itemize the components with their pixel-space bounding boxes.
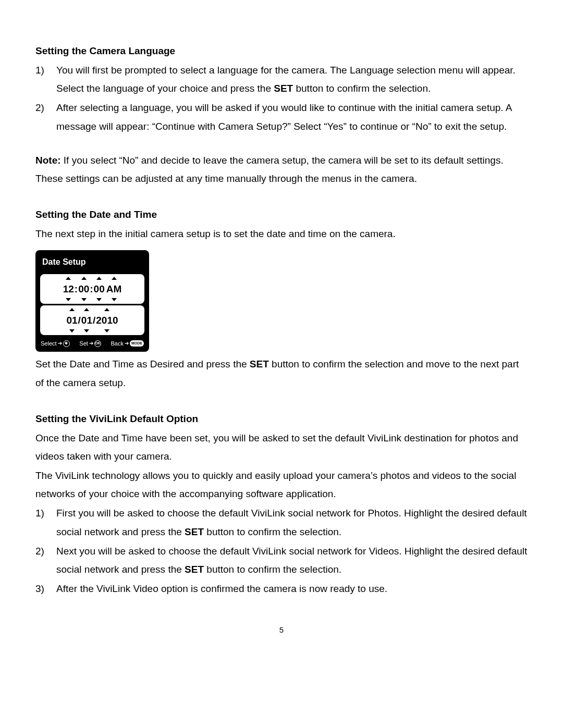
mode-icon: MODE — [130, 340, 144, 347]
separator: / — [92, 311, 96, 329]
separator: : — [74, 280, 78, 298]
separator: / — [78, 311, 81, 329]
date-setup-footer: Select ➔ ✥ Set ➔ OK Back ➔ MODE — [38, 337, 146, 349]
down-arrow-icon — [104, 329, 109, 332]
set-button-label: SET — [250, 359, 269, 369]
month-spinner: 01 — [66, 308, 77, 332]
year-value: 2010 — [96, 311, 118, 329]
down-arrow-icon — [66, 298, 71, 301]
date-setup-title: Date Setup — [38, 253, 146, 273]
set-button-label: SET — [185, 564, 204, 575]
set-button-label: SET — [185, 526, 204, 537]
vivilink-intro2: The ViviLink technology allows you to qu… — [35, 466, 528, 503]
list-text: You will first be prompted to select a l… — [56, 61, 528, 97]
day-spinner: 01 — [81, 308, 92, 332]
arrow-right-icon: ➔ — [58, 339, 62, 349]
footer-back-label: Back — [111, 338, 124, 349]
date-field: 01 / 01 / 2010 — [40, 305, 144, 335]
arrow-right-icon: ➔ — [89, 339, 93, 349]
list-item: 1) You will first be prompted to select … — [35, 61, 528, 97]
ampm-spinner: AM — [106, 277, 122, 301]
text: button to confirm the selection. — [204, 526, 341, 537]
list-text: First you will be asked to choose the de… — [56, 504, 528, 540]
list-item: 2) Next you will be asked to choose the … — [35, 542, 528, 578]
down-arrow-icon — [69, 329, 75, 332]
down-arrow-icon — [84, 329, 89, 332]
day-value: 01 — [81, 311, 92, 329]
page-number: 5 — [35, 623, 528, 637]
text: After selecting a language, you will be … — [56, 102, 511, 131]
list-text: After selecting a language, you will be … — [56, 98, 528, 135]
text: Set the Date and Time as Desired and pre… — [35, 359, 250, 369]
footer-select-label: Select — [41, 338, 57, 349]
hour-spinner: 12 — [63, 277, 74, 301]
list-number: 1) — [35, 504, 56, 540]
text: button to confirm the selection. — [204, 564, 341, 575]
text: After the ViviLink Video option is confi… — [56, 583, 387, 594]
date-setup-screenshot: Date Setup 12 : 00 : 00 AM — [35, 250, 149, 352]
down-arrow-icon — [96, 298, 102, 301]
text: button to confirm the selection. — [293, 83, 431, 94]
year-spinner: 2010 — [96, 308, 118, 332]
down-arrow-icon — [112, 298, 117, 301]
list-item: 3) After the ViviLink Video option is co… — [35, 579, 528, 598]
heading-language: Setting the Camera Language — [35, 42, 528, 60]
set-button-label: SET — [274, 83, 293, 94]
second-value: 00 — [94, 280, 105, 298]
heading-vivilink: Setting the ViviLink Default Option — [35, 410, 528, 428]
note-paragraph: Note: If you select “No” and decide to l… — [35, 151, 528, 188]
list-item: 2) After selecting a language, you will … — [35, 98, 528, 135]
minute-spinner: 00 — [78, 277, 89, 301]
list-item: 1) First you will be asked to choose the… — [35, 504, 528, 540]
ampm-value: AM — [106, 280, 122, 298]
hour-value: 12 — [63, 280, 74, 298]
datetime-after: Set the Date and Time as Desired and pre… — [35, 355, 528, 391]
minute-value: 00 — [78, 280, 89, 298]
nav-icon: ✥ — [63, 340, 70, 347]
list-number: 2) — [35, 98, 56, 135]
time-field: 12 : 00 : 00 AM — [40, 274, 144, 304]
note-text: If you select “No” and decide to leave t… — [35, 155, 504, 184]
month-value: 01 — [66, 311, 77, 329]
arrow-right-icon: ➔ — [125, 339, 129, 349]
datetime-intro: The next step in the initial camera setu… — [35, 225, 528, 243]
list-text: Next you will be asked to choose the def… — [56, 542, 528, 578]
second-spinner: 00 — [94, 277, 105, 301]
ok-icon: OK — [94, 340, 101, 347]
separator: : — [89, 280, 93, 298]
list-text: After the ViviLink Video option is confi… — [56, 579, 528, 598]
down-arrow-icon — [81, 298, 87, 301]
list-number: 2) — [35, 542, 56, 578]
list-number: 3) — [35, 579, 56, 598]
heading-datetime: Setting the Date and Time — [35, 205, 528, 224]
vivilink-intro1: Once the Date and Time have been set, yo… — [35, 429, 528, 465]
list-number: 1) — [35, 61, 56, 97]
note-label: Note: — [35, 155, 61, 166]
footer-set-label: Set — [79, 338, 88, 349]
